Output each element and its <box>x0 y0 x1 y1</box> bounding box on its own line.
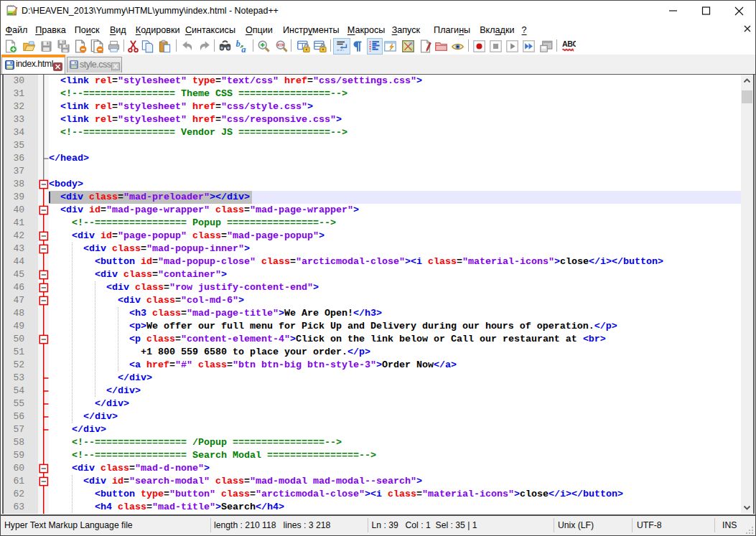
svg-text:b: b <box>236 39 241 49</box>
svg-text:ABC: ABC <box>562 39 576 48</box>
